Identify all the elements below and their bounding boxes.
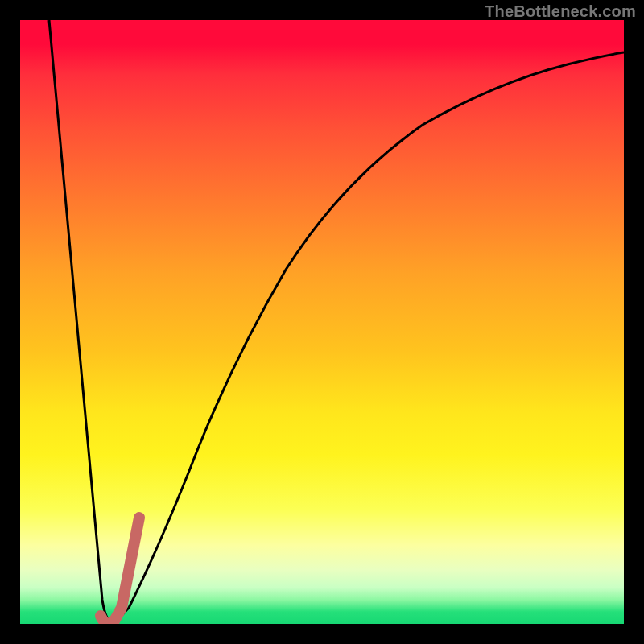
chart-frame: TheBottleneck.com [0, 0, 644, 644]
chart-plot-area [20, 20, 624, 624]
chart-svg [20, 20, 624, 624]
watermark-text: TheBottleneck.com [485, 2, 636, 21]
highlight-segment [101, 518, 139, 624]
